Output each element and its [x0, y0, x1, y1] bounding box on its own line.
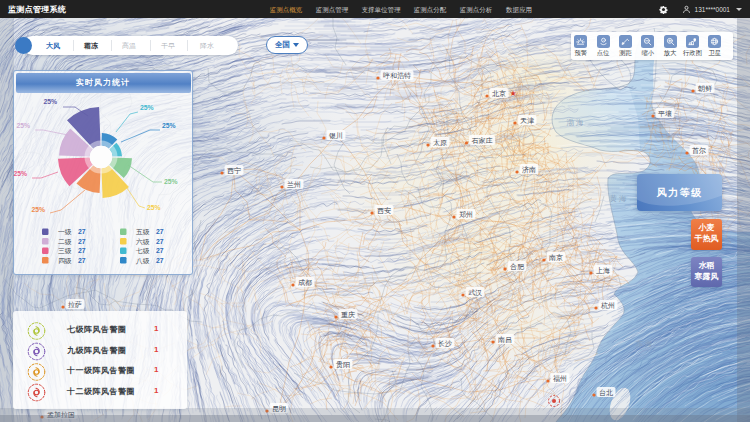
svg-text:27: 27 [156, 238, 164, 245]
svg-text:27: 27 [156, 228, 164, 235]
svg-text:银川: 银川 [328, 132, 343, 139]
svg-text:六级: 六级 [136, 238, 150, 245]
svg-text:南京: 南京 [549, 254, 563, 261]
svg-text:成都: 成都 [298, 279, 312, 287]
svg-text:五级: 五级 [136, 228, 150, 235]
svg-text:平壤: 平壤 [658, 110, 672, 117]
svg-text:27: 27 [78, 228, 86, 235]
svg-text:济南: 济南 [522, 166, 536, 174]
svg-text:太原: 太原 [433, 139, 447, 146]
svg-text:郑州: 郑州 [459, 211, 473, 218]
svg-text:黄海: 黄海 [610, 194, 629, 203]
svg-text:南昌: 南昌 [498, 336, 512, 344]
svg-text:呼和浩特: 呼和浩特 [383, 72, 411, 80]
svg-text:25%: 25% [43, 98, 57, 105]
svg-text:25%: 25% [13, 170, 27, 177]
svg-text:四级: 四级 [58, 257, 72, 265]
svg-text:八级: 八级 [135, 257, 150, 265]
svg-text:★: ★ [509, 89, 516, 98]
svg-text:27: 27 [156, 257, 164, 264]
svg-text:天津: 天津 [520, 117, 534, 125]
svg-text:西宁: 西宁 [227, 167, 241, 175]
svg-text:25%: 25% [162, 122, 176, 129]
svg-text:七级: 七级 [135, 247, 150, 254]
svg-text:贵阳: 贵阳 [336, 361, 350, 369]
svg-text:武汉: 武汉 [468, 289, 482, 297]
svg-text:长沙: 长沙 [438, 340, 452, 348]
svg-text:上海: 上海 [596, 267, 610, 275]
svg-text:25%: 25% [164, 178, 178, 185]
svg-text:25%: 25% [31, 206, 45, 213]
svg-text:朝鲜: 朝鲜 [697, 85, 712, 92]
svg-text:重庆: 重庆 [341, 311, 355, 318]
svg-text:27: 27 [156, 247, 164, 254]
svg-text:西安: 西安 [377, 207, 391, 215]
svg-text:渤海: 渤海 [567, 118, 586, 127]
svg-text:福州: 福州 [553, 375, 567, 383]
svg-text:25%: 25% [147, 204, 161, 211]
svg-text:25%: 25% [140, 104, 154, 111]
svg-text:二级: 二级 [58, 238, 72, 245]
svg-text:北京: 北京 [492, 90, 506, 98]
svg-text:首尔: 首尔 [692, 147, 706, 155]
svg-text:一级: 一级 [58, 228, 72, 235]
svg-text:拉萨: 拉萨 [68, 301, 82, 308]
svg-text:27: 27 [78, 257, 86, 264]
svg-text:台北: 台北 [599, 389, 613, 397]
svg-text:兰州: 兰州 [287, 181, 301, 188]
svg-text:27: 27 [78, 247, 86, 254]
svg-text:东海: 东海 [636, 339, 655, 348]
svg-text:合肥: 合肥 [510, 263, 525, 271]
svg-text:三级: 三级 [58, 247, 72, 254]
svg-text:25%: 25% [16, 122, 30, 129]
svg-text:石家庄: 石家庄 [472, 137, 493, 145]
svg-text:27: 27 [78, 238, 86, 245]
svg-text:杭州: 杭州 [600, 302, 615, 310]
